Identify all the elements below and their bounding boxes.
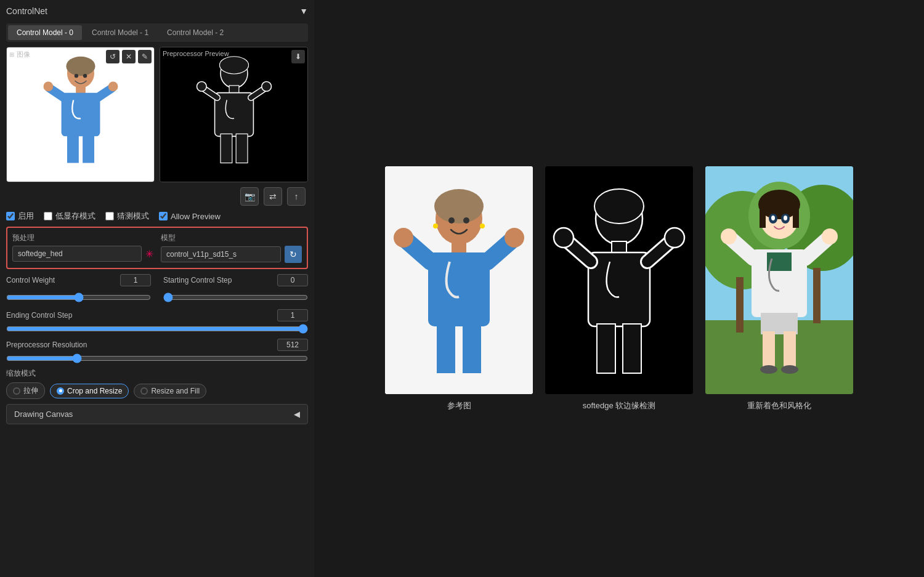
main-gallery-area: 参考图 [314,0,924,577]
image-row: ⊞ 图像 ↺ ✕ ✎ [6,47,308,182]
model-tabs: Control Model - 0 Control Model - 1 Cont… [6,23,308,42]
svg-point-52 [665,228,684,248]
ref-image [385,166,533,394]
tab-control-model-0[interactable]: Control Model - 0 [8,25,82,40]
svg-point-51 [554,228,573,248]
swap-tool-btn[interactable]: ⇄ [264,187,282,206]
guess-mode-input[interactable] [105,212,114,220]
crop-resize-label: Crop and Resize [67,387,122,395]
preprocessor-select[interactable]: softedge_hed [12,246,142,262]
svg-rect-37 [463,324,481,373]
gallery-item-anime: 重新着色和风格化 [705,166,853,411]
svg-rect-53 [597,324,615,373]
preprocessor-model-section: 预处理 softedge_hed ✳ 模型 control_v11p_sd15_… [6,227,308,269]
collapse-icon[interactable]: ▼ [299,6,308,16]
weight-start-sliders [6,293,308,304]
tab-control-model-1[interactable]: Control Model - 1 [83,25,157,40]
preprocessor-star-btn[interactable]: ✳ [145,248,153,260]
image-icon: ⊞ [9,51,14,58]
preprocessor-preview-box[interactable]: Preprocessor Preview ⬇ [160,47,308,182]
ending-step-value: 1 [277,309,308,321]
svg-point-41 [480,224,485,228]
allow-preview-input[interactable] [159,212,168,220]
sliders-section: Control Weight 1 Starting Control Step 0 [6,274,308,363]
guess-mode-checkbox[interactable]: 猜测模式 [105,211,149,222]
camera-tool-btn[interactable]: 📷 [240,187,259,206]
resolution-slider[interactable] [6,353,308,363]
svg-point-29 [434,189,484,224]
weight-start-row: Control Weight 1 Starting Control Step 0 [6,274,308,286]
svg-rect-64 [760,203,766,228]
preprocessor-label-text: Preprocessor Preview [163,50,229,57]
edit-image-btn[interactable]: ✎ [138,50,152,63]
stretch-label: 拉伸 [23,385,38,396]
stretch-radio-dot [13,387,20,395]
drawing-canvas-row[interactable]: Drawing Canvas ◀ [6,404,308,424]
preprocessor-col-label: 预处理 [12,233,153,243]
starting-step-slider[interactable] [163,293,308,302]
svg-point-8 [108,82,118,92]
crop-resize-radio-dot [57,387,64,395]
allow-preview-checkbox[interactable]: Allow Preview [159,212,221,221]
close-image-btn[interactable]: ✕ [122,50,136,63]
input-image-display [7,47,154,182]
svg-point-7 [43,82,53,92]
softedge-image [545,166,693,394]
softedge-image-caption: softedge 软边缘检测 [583,400,656,411]
svg-rect-61 [813,268,821,323]
image-gallery: 参考图 [385,166,853,411]
svg-point-15 [219,57,248,74]
enable-label: 启用 [18,211,34,222]
upload-tool-btn[interactable]: ↑ [287,187,306,206]
model-select[interactable]: control_v11p_sd15_s [161,246,281,262]
svg-point-2 [66,57,95,76]
download-preview-btn[interactable]: ⬇ [291,50,305,63]
resolution-header: Preprocessor Resolution 512 [6,339,308,351]
anime-image-container [705,166,853,394]
model-input-row: control_v11p_sd15_s ↻ [161,246,302,263]
svg-rect-60 [736,277,744,333]
svg-point-12 [83,74,86,78]
starting-step-header: Starting Control Step 0 [163,274,308,286]
scale-stretch-btn[interactable]: 拉伸 [6,382,45,399]
image-label-text: 图像 [17,50,30,59]
control-weight-col: Control Weight 1 [6,274,151,286]
preprocessor-input-row: softedge_hed ✳ [12,246,153,262]
panel-title: ControlNet [6,6,47,16]
svg-point-75 [760,365,777,374]
preprocessor-label: Preprocessor Preview [163,50,229,57]
drawing-canvas-arrow: ◀ [294,410,300,419]
tab-control-model-2[interactable]: Control Model - 2 [158,25,232,40]
resize-fill-label: Resize and Fill [151,387,200,395]
refresh-image-btn[interactable]: ↺ [106,50,120,63]
preprocessor-image-display [160,47,307,182]
svg-rect-17 [214,93,253,137]
ending-step-row: Ending Control Step 1 [6,309,308,334]
tool-row: 📷 ⇄ ↑ [6,187,308,206]
low-vram-checkbox[interactable]: 低显存模式 [44,211,95,222]
enable-checkbox[interactable]: 启用 [6,211,34,222]
ref-image-caption: 参考图 [447,400,471,411]
svg-rect-25 [236,134,248,163]
control-weight-slider[interactable] [6,293,151,302]
low-vram-input[interactable] [44,212,52,220]
model-refresh-btn[interactable]: ↻ [285,246,302,263]
enable-input[interactable] [6,212,15,220]
svg-rect-72 [761,313,798,334]
model-col: 模型 control_v11p_sd15_s ↻ [161,233,302,263]
scale-mode-radio-group: 拉伸 Crop and Resize Resize and Fill [6,382,308,399]
starting-step-value: 0 [277,274,308,286]
ref-image-container [385,166,533,394]
svg-point-38 [448,217,455,224]
svg-rect-54 [623,324,641,373]
scale-resize-fill-btn[interactable]: Resize and Fill [134,384,206,398]
anime-image [705,166,853,394]
drawing-canvas-label: Drawing Canvas [14,410,73,419]
ending-step-slider[interactable] [6,324,308,334]
svg-rect-9 [67,134,79,163]
resolution-value: 512 [277,339,308,351]
scale-crop-resize-btn[interactable]: Crop and Resize [50,384,129,398]
preview-controls: ⬇ [291,50,305,63]
control-weight-slider-container [6,293,151,304]
input-image-box[interactable]: ⊞ 图像 ↺ ✕ ✎ [6,47,155,182]
